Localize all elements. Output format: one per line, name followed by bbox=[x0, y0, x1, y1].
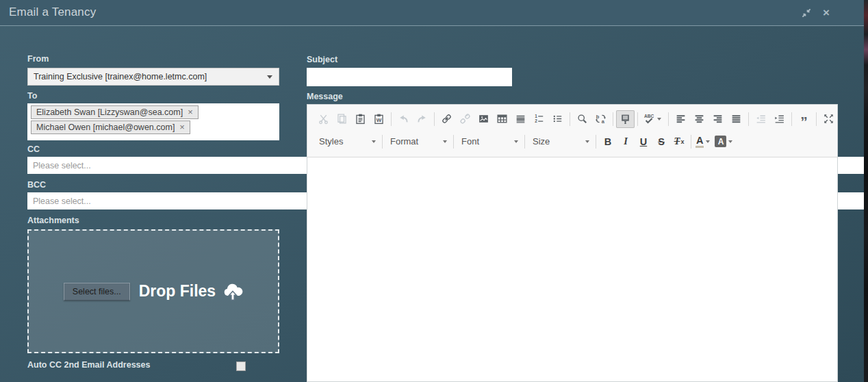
separator bbox=[637, 112, 638, 126]
message-body-area[interactable] bbox=[307, 157, 837, 381]
from-select[interactable]: Training Exclusive [trainex@home.letmc.c… bbox=[27, 68, 279, 86]
dialog-title: Email a Tenancy bbox=[9, 5, 96, 19]
svg-text:2: 2 bbox=[535, 118, 537, 123]
indent-icon[interactable] bbox=[770, 110, 789, 128]
separator bbox=[748, 112, 749, 126]
separator bbox=[434, 112, 435, 126]
separator bbox=[691, 135, 691, 149]
separator bbox=[668, 112, 669, 126]
separator bbox=[613, 112, 613, 126]
recipient-tag: Michael Owen [michael@owen.com] × bbox=[31, 120, 190, 134]
separator bbox=[382, 135, 383, 149]
table-icon[interactable] bbox=[493, 110, 511, 128]
undo-icon[interactable] bbox=[394, 110, 413, 128]
bcc-label: BCC bbox=[27, 180, 46, 190]
attachments-label: Attachments bbox=[27, 216, 79, 225]
recipient-text: Elizabeth Swan [Lizzyswan@sea.com] bbox=[36, 107, 183, 117]
cc-label: CC bbox=[27, 144, 40, 154]
chevron-down-icon bbox=[728, 140, 732, 143]
text-color-button[interactable]: A bbox=[694, 133, 713, 151]
close-icon[interactable]: × bbox=[823, 7, 830, 18]
auto-cc-checkbox[interactable] bbox=[236, 361, 246, 371]
blockquote-icon[interactable]: ” bbox=[795, 110, 813, 128]
subject-label: Subject bbox=[307, 55, 337, 64]
separator bbox=[570, 112, 570, 126]
align-right-icon[interactable] bbox=[709, 110, 727, 128]
align-center-icon[interactable] bbox=[690, 110, 709, 128]
svg-text:ABC: ABC bbox=[644, 114, 654, 118]
auto-cc-label: Auto CC 2nd Email Addresses bbox=[27, 360, 150, 370]
drop-files-text: Drop Files bbox=[139, 282, 216, 301]
recipient-tag: Elizabeth Swan [Lizzyswan@sea.com] × bbox=[31, 105, 199, 119]
align-left-icon[interactable] bbox=[672, 110, 690, 128]
separator bbox=[816, 112, 817, 126]
recipient-text: Michael Owen [michael@owen.com] bbox=[36, 123, 175, 132]
subject-input[interactable] bbox=[307, 68, 512, 86]
chevron-down-icon bbox=[372, 140, 376, 143]
bold-button[interactable]: B bbox=[599, 133, 617, 151]
size-dropdown[interactable]: Size bbox=[528, 133, 593, 150]
editor-toolbar: W bbox=[307, 105, 837, 157]
background-color-button[interactable]: A bbox=[713, 133, 736, 151]
outdent-icon[interactable] bbox=[752, 110, 770, 128]
svg-text:1: 1 bbox=[535, 114, 537, 118]
message-editor: W bbox=[307, 104, 838, 382]
replace-icon[interactable]: b a bbox=[591, 110, 610, 128]
spell-check-icon[interactable]: ABC bbox=[641, 110, 665, 128]
image-icon[interactable] bbox=[474, 110, 493, 128]
cloud-upload-icon bbox=[222, 282, 243, 301]
select-all-icon[interactable] bbox=[616, 110, 635, 128]
separator bbox=[453, 135, 454, 149]
email-a-tenancy-dialog: Email a Tenancy × From Training Exclusiv… bbox=[0, 0, 868, 382]
italic-button[interactable]: I bbox=[617, 133, 635, 151]
paste-icon[interactable] bbox=[351, 110, 370, 128]
redo-icon[interactable] bbox=[413, 110, 431, 128]
find-icon[interactable] bbox=[573, 110, 591, 128]
chevron-down-icon bbox=[514, 140, 518, 143]
strikethrough-button[interactable]: S bbox=[652, 133, 670, 151]
paste-from-word-icon[interactable]: W bbox=[370, 110, 388, 128]
svg-text:a: a bbox=[602, 118, 605, 125]
from-label: From bbox=[27, 54, 49, 64]
collapse-icon[interactable] bbox=[801, 8, 812, 18]
font-dropdown[interactable]: Font bbox=[457, 133, 522, 150]
chevron-down-icon bbox=[443, 140, 447, 143]
toolbar-row-2: Styles Format Font Size bbox=[314, 130, 830, 153]
separator bbox=[391, 112, 392, 126]
styles-dropdown[interactable]: Styles bbox=[314, 133, 379, 150]
format-dropdown[interactable]: Format bbox=[385, 133, 450, 150]
select-files-button[interactable]: Select files... bbox=[64, 283, 130, 301]
horizontal-rule-icon[interactable] bbox=[511, 110, 530, 128]
dialog-titlebar: Email a Tenancy × bbox=[0, 0, 864, 26]
separator bbox=[596, 135, 596, 149]
remove-recipient-icon[interactable]: × bbox=[179, 123, 185, 131]
remove-format-button[interactable]: Tx bbox=[670, 133, 688, 151]
cut-icon[interactable] bbox=[314, 110, 333, 128]
from-selected-value: Training Exclusive [trainex@home.letmc.c… bbox=[34, 72, 207, 81]
link-icon[interactable] bbox=[437, 110, 456, 128]
copy-icon[interactable] bbox=[333, 110, 351, 128]
svg-text:W: W bbox=[376, 117, 382, 123]
maximize-icon[interactable] bbox=[819, 110, 838, 128]
remove-recipient-icon[interactable]: × bbox=[188, 108, 193, 116]
chevron-down-icon bbox=[267, 75, 272, 79]
numbered-list-icon[interactable]: 1 2 bbox=[530, 110, 548, 128]
to-recipients-field[interactable]: Elizabeth Swan [Lizzyswan@sea.com] × Mic… bbox=[27, 103, 279, 140]
separator bbox=[524, 135, 525, 149]
unlink-icon[interactable] bbox=[456, 110, 474, 128]
chevron-down-icon bbox=[706, 140, 710, 143]
chevron-down-icon bbox=[657, 118, 661, 120]
attachments-dropzone[interactable]: Select files... Drop Files bbox=[27, 229, 279, 353]
bullet-list-icon[interactable] bbox=[548, 110, 567, 128]
to-label: To bbox=[27, 91, 37, 101]
toolbar-row-1: W bbox=[314, 107, 830, 130]
chevron-down-icon bbox=[585, 140, 589, 143]
separator bbox=[791, 112, 792, 126]
align-justify-icon[interactable] bbox=[727, 110, 745, 128]
message-label: Message bbox=[307, 92, 343, 101]
underline-button[interactable]: U bbox=[635, 133, 652, 151]
background-page-strip bbox=[864, 0, 868, 382]
